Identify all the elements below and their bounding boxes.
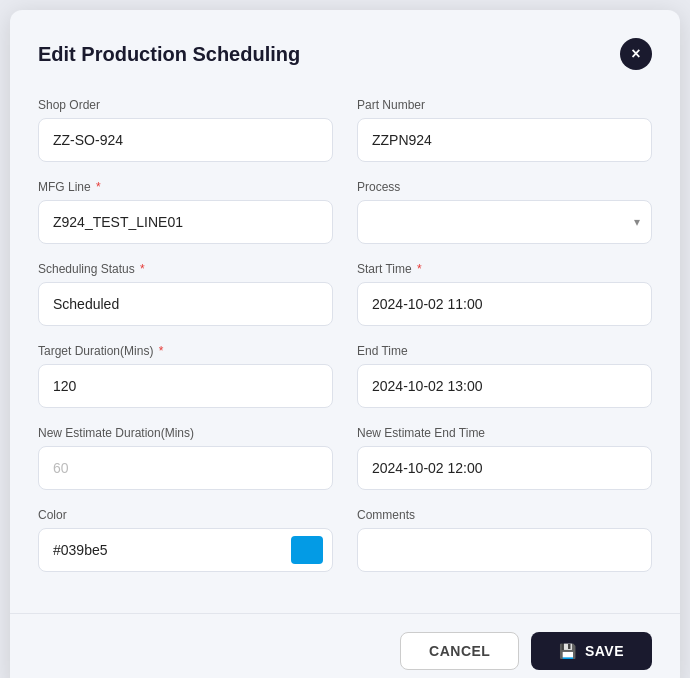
start-time-required: * [414,262,422,276]
color-label: Color [38,508,333,522]
color-input[interactable] [38,528,333,572]
mfg-line-input[interactable] [38,200,333,244]
process-label: Process [357,180,652,194]
save-icon: 💾 [559,643,577,659]
shop-order-input[interactable] [38,118,333,162]
scheduling-status-group: Scheduling Status * [38,262,333,326]
end-time-input[interactable] [357,364,652,408]
new-estimate-end-time-group: New Estimate End Time [357,426,652,490]
process-group: Process ▾ [357,180,652,244]
new-estimate-duration-label: New Estimate Duration(Mins) [38,426,333,440]
mfg-line-required: * [93,180,101,194]
shop-order-label: Shop Order [38,98,333,112]
comments-group: Comments [357,508,652,572]
target-duration-required: * [155,344,163,358]
scheduling-status-input[interactable] [38,282,333,326]
cancel-button[interactable]: CANCEL [400,632,519,670]
start-time-label: Start Time * [357,262,652,276]
process-select-wrapper: ▾ [357,200,652,244]
new-estimate-duration-group: New Estimate Duration(Mins) [38,426,333,490]
modal-title: Edit Production Scheduling [38,43,300,66]
start-time-input[interactable] [357,282,652,326]
shop-order-group: Shop Order [38,98,333,162]
part-number-input[interactable] [357,118,652,162]
modal-footer: CANCEL 💾 SAVE [10,613,680,678]
save-label: SAVE [585,643,624,659]
process-select[interactable] [357,200,652,244]
scheduling-status-required: * [137,262,145,276]
part-number-label: Part Number [357,98,652,112]
color-input-wrapper [38,528,333,572]
edit-production-scheduling-modal: Edit Production Scheduling × Shop Order … [10,10,680,678]
end-time-group: End Time [357,344,652,408]
color-swatch[interactable] [291,536,323,564]
end-time-label: End Time [357,344,652,358]
start-time-group: Start Time * [357,262,652,326]
mfg-line-label: MFG Line * [38,180,333,194]
new-estimate-end-time-input[interactable] [357,446,652,490]
scheduling-status-label: Scheduling Status * [38,262,333,276]
mfg-line-group: MFG Line * [38,180,333,244]
target-duration-label: Target Duration(Mins) * [38,344,333,358]
part-number-group: Part Number [357,98,652,162]
target-duration-input[interactable] [38,364,333,408]
save-button[interactable]: 💾 SAVE [531,632,652,670]
close-button[interactable]: × [620,38,652,70]
new-estimate-end-time-label: New Estimate End Time [357,426,652,440]
comments-label: Comments [357,508,652,522]
target-duration-group: Target Duration(Mins) * [38,344,333,408]
form-grid: Shop Order Part Number MFG Line * Proces… [38,98,652,572]
color-group: Color [38,508,333,572]
modal-header: Edit Production Scheduling × [38,38,652,70]
new-estimate-duration-input[interactable] [38,446,333,490]
comments-input[interactable] [357,528,652,572]
